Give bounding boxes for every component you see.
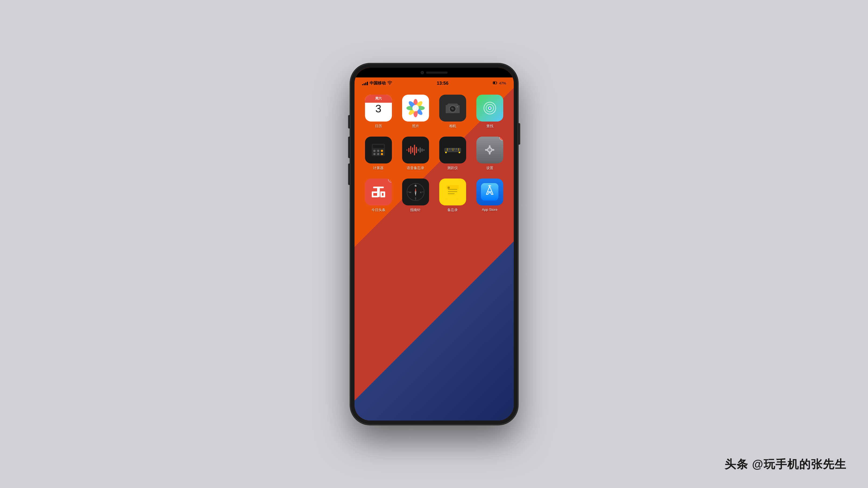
findmy-icon [476, 95, 503, 122]
app-item-calendar[interactable]: 周六 3 日历 [360, 95, 397, 129]
calendar-header: 周六 [365, 95, 392, 103]
svg-point-14 [451, 107, 452, 108]
photos-label: 照片 [412, 124, 419, 129]
app-item-compass[interactable]: N E S W 指南针 [397, 178, 434, 213]
measure-label: 测距仪 [447, 166, 458, 170]
app-item-camera[interactable]: 相机 [434, 95, 471, 129]
camera-label: 相机 [449, 124, 456, 129]
app-grid: 周六 3 日历 [354, 89, 514, 213]
svg-rect-30 [410, 146, 411, 154]
compass-icon: N E S W [402, 178, 429, 205]
svg-rect-62 [372, 196, 378, 197]
svg-text:W: W [409, 191, 411, 194]
notch-area [354, 68, 514, 77]
settings-icon: 1 [476, 137, 503, 163]
photos-icon [402, 95, 429, 122]
calendar-label: 日历 [375, 124, 382, 129]
svg-rect-36 [422, 149, 423, 152]
toutiao-icon: 1 [365, 178, 392, 205]
svg-point-27 [381, 153, 383, 155]
svg-point-74 [415, 191, 416, 193]
svg-text:E: E [420, 191, 422, 194]
measure-icon [439, 137, 466, 163]
svg-rect-66 [380, 196, 385, 197]
settings-label: 设置 [486, 166, 493, 170]
watermark: 头条 @玩手机的张先生 [725, 457, 846, 472]
findmy-label: 查找 [486, 124, 493, 129]
wifi-icon [388, 81, 392, 86]
calendar-icon: 周六 3 [365, 95, 392, 122]
signal-icon [362, 82, 368, 85]
battery-icon [493, 81, 497, 85]
svg-point-25 [373, 153, 375, 155]
app-item-notes[interactable]: 备忘录 [434, 178, 471, 213]
svg-rect-1 [494, 82, 495, 84]
svg-point-22 [373, 150, 375, 152]
app-item-settings[interactable]: 1 [471, 137, 508, 170]
svg-point-47 [459, 152, 460, 153]
svg-point-10 [412, 105, 419, 111]
phone-shell: 中国移动 13:56 [351, 64, 518, 424]
compass-label: 指南针 [410, 207, 421, 213]
camera-icon [439, 95, 466, 122]
carrier-label: 中国移动 [370, 81, 386, 86]
clock-display: 13:56 [437, 81, 448, 86]
svg-rect-84 [447, 187, 450, 189]
calendar-date: 3 [375, 103, 381, 114]
svg-rect-28 [406, 150, 407, 151]
svg-rect-38 [445, 148, 461, 152]
calculator-label: 计算器 [373, 166, 383, 170]
selected-ring [476, 137, 503, 163]
status-right: 47% [493, 81, 506, 85]
svg-rect-37 [423, 149, 425, 151]
appstore-label: App Store [482, 207, 498, 212]
toutiao-label: 今日头条 [371, 207, 385, 213]
svg-rect-35 [420, 147, 421, 153]
svg-rect-33 [416, 147, 417, 153]
app-item-photos[interactable]: 照片 [397, 95, 434, 129]
svg-point-23 [377, 150, 379, 152]
appstore-icon [476, 178, 503, 205]
voicememo-icon [402, 137, 429, 163]
svg-rect-15 [457, 106, 458, 107]
silent-switch [348, 115, 350, 129]
power-button [519, 123, 520, 145]
notes-label: 备忘录 [447, 207, 458, 213]
front-camera [421, 71, 424, 74]
battery-percent: 47% [499, 81, 506, 85]
toutiao-badge: 1 [388, 178, 392, 182]
status-bar: 中国移动 13:56 [354, 77, 514, 89]
volume-up-button [348, 137, 350, 158]
volume-down-button [348, 163, 350, 185]
svg-rect-82 [448, 193, 455, 194]
svg-rect-80 [448, 189, 457, 190]
svg-point-19 [489, 107, 491, 109]
svg-rect-81 [448, 191, 457, 192]
svg-point-24 [381, 150, 383, 152]
status-left: 中国移动 [362, 81, 392, 86]
svg-rect-32 [414, 145, 415, 155]
svg-rect-34 [418, 149, 419, 151]
app-item-calculator[interactable]: 计算器 [360, 137, 397, 170]
svg-rect-29 [408, 148, 409, 152]
svg-rect-31 [412, 147, 413, 153]
svg-point-26 [377, 153, 379, 155]
svg-rect-21 [373, 145, 384, 148]
app-item-findmy[interactable]: 查找 [471, 95, 508, 129]
app-item-toutiao[interactable]: 1 今日头条 [360, 178, 397, 213]
svg-point-46 [445, 152, 447, 153]
calculator-icon [365, 137, 392, 163]
app-item-appstore[interactable]: App Store [471, 178, 508, 213]
notes-icon [439, 178, 466, 205]
app-item-voicememo[interactable]: 语音备忘录 [397, 137, 434, 170]
app-item-measure[interactable]: 测距仪 [434, 137, 471, 170]
voicememo-label: 语音备忘录 [407, 166, 424, 170]
screen: 中国移动 13:56 [354, 68, 514, 421]
earpiece-speaker [426, 71, 447, 74]
